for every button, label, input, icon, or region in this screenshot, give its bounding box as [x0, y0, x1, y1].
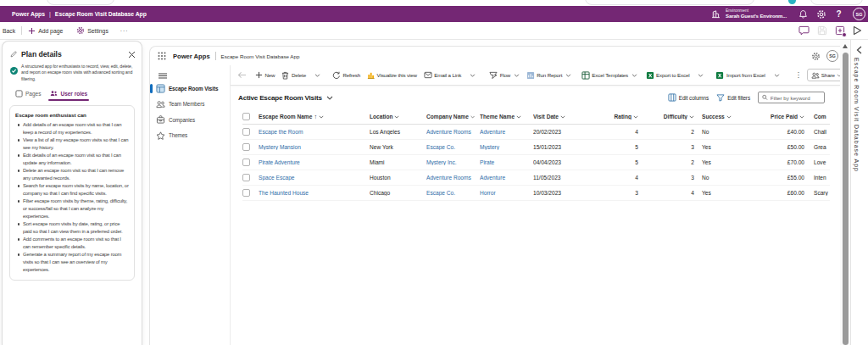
notifications-bell-icon[interactable]: [794, 9, 812, 19]
app-breadcrumb-name[interactable]: Escape Room Visit Database App: [221, 53, 300, 59]
company-link[interactable]: Adventure Rooms: [426, 175, 471, 181]
comments-icon[interactable]: [798, 25, 810, 36]
record-link[interactable]: Escape the Room: [259, 129, 303, 135]
column-header-difficulty[interactable]: Difficulty: [638, 114, 694, 120]
label: £50.00: [745, 144, 804, 150]
import-excel-button[interactable]: Import from Excel: [712, 71, 768, 80]
view-selector[interactable]: Active Escape Room Visits: [238, 94, 333, 102]
grid-row[interactable]: The Haunted House Chicago Escape Co. Hor…: [242, 186, 830, 201]
environment-picker[interactable]: Environment Sarah Guest's Environm...: [711, 8, 787, 19]
company-link[interactable]: Escape Co.: [426, 144, 455, 150]
grid-row[interactable]: Space Escape Houston Adventure Rooms Adv…: [242, 170, 830, 186]
nav-hamburger-icon[interactable]: [150, 69, 230, 81]
column-header-company[interactable]: Company Name: [426, 114, 480, 120]
record-link[interactable]: Space Escape: [259, 175, 295, 181]
record-link[interactable]: Pirate Adventure: [259, 159, 300, 165]
flow-button[interactable]: Flow: [486, 71, 522, 79]
powerapps-brand[interactable]: Power Apps: [12, 11, 45, 17]
column-header-success[interactable]: Success: [694, 114, 745, 120]
delete-button[interactable]: Delete: [278, 71, 309, 80]
waffle-icon[interactable]: [158, 52, 166, 60]
label: Los Angeles: [370, 129, 426, 135]
theme-link[interactable]: Pirate: [480, 159, 494, 165]
record-link[interactable]: Mystery Mansion: [259, 144, 301, 150]
nav-item-team-members[interactable]: Team Members: [150, 97, 230, 113]
label: Miami: [370, 159, 426, 165]
company-link[interactable]: Mystery Inc.: [426, 159, 457, 165]
tab-user-roles[interactable]: User roles: [50, 90, 87, 101]
app-user-avatar[interactable]: SG: [826, 50, 838, 62]
overflow-chevron[interactable]: [311, 74, 324, 77]
settings-button[interactable]: Settings: [76, 26, 108, 35]
app-side-tab[interactable]: Escape Room Visit Database App: [850, 40, 868, 345]
column-header-price-paid[interactable]: Price Paid: [745, 114, 804, 120]
row-checkbox[interactable]: [242, 143, 250, 151]
edit-filters-button[interactable]: Edit filters: [716, 94, 750, 102]
column-header-rating[interactable]: Rating: [597, 114, 638, 120]
row-checkbox[interactable]: [242, 128, 250, 136]
app-settings-gear-icon[interactable]: [811, 52, 821, 61]
help-icon[interactable]: ?: [830, 9, 848, 19]
chevron-left-icon[interactable]: [856, 46, 862, 54]
building-icon: [156, 115, 165, 124]
publish-icon[interactable]: [835, 25, 845, 36]
run-report-button[interactable]: Run Report: [523, 71, 575, 80]
column-header-escape-room-name[interactable]: Escape Room Name ↑: [259, 113, 370, 120]
more-commands-icon[interactable]: ⋮: [790, 71, 807, 79]
theme-link[interactable]: Adventure: [480, 175, 505, 181]
label: Scary: [804, 190, 830, 196]
column-header-theme[interactable]: Theme Name: [480, 114, 533, 120]
overflow-chevron[interactable]: [771, 74, 783, 77]
more-commands-button[interactable]: ···: [120, 28, 129, 34]
close-icon[interactable]: [128, 51, 136, 58]
overflow-chevron[interactable]: [466, 74, 479, 77]
tab-pages[interactable]: Pages: [15, 90, 41, 101]
edit-columns-button[interactable]: Edit columns: [668, 93, 709, 102]
company-link[interactable]: Adventure Rooms: [426, 129, 471, 135]
row-checkbox[interactable]: [242, 174, 250, 181]
save-icon[interactable]: [817, 25, 827, 36]
grid-row[interactable]: Escape the Room Los Angeles Adventure Ro…: [242, 125, 830, 140]
label: Inten: [804, 175, 830, 181]
company-link[interactable]: Escape Co.: [426, 190, 455, 196]
row-checkbox[interactable]: [242, 189, 250, 197]
divider: [21, 26, 22, 35]
excel-templates-button[interactable]: Excel Templates: [578, 71, 641, 80]
nav-item-companies[interactable]: Companies: [150, 112, 230, 128]
theme-link[interactable]: Adventure: [480, 129, 505, 135]
record-link[interactable]: The Haunted House: [259, 190, 309, 196]
canvas-scrollbar[interactable]: [840, 40, 850, 345]
grid-row[interactable]: Pirate Adventure Miami Mystery Inc. Pira…: [242, 155, 830, 170]
visualize-view-button[interactable]: Visualize this view: [364, 71, 420, 79]
play-preview-icon[interactable]: [853, 25, 862, 36]
filter-keyword-box[interactable]: [758, 92, 825, 103]
settings-gear-icon[interactable]: [812, 9, 830, 19]
new-button[interactable]: New: [252, 71, 278, 79]
select-all-checkbox[interactable]: [242, 113, 250, 120]
back-button[interactable]: Back: [3, 28, 15, 34]
user-avatar[interactable]: SG: [853, 8, 865, 20]
scrollbar-thumb[interactable]: [843, 53, 849, 345]
column-header-comments[interactable]: Com: [804, 114, 830, 120]
nav-item-escape-room-visits[interactable]: Escape Room Visits: [150, 81, 230, 97]
row-checkbox[interactable]: [242, 159, 250, 166]
overflow-chevron[interactable]: [694, 74, 707, 77]
column-header-location[interactable]: Location: [370, 114, 426, 120]
label: 4: [638, 190, 694, 196]
nav-item-themes[interactable]: Themes: [150, 128, 230, 144]
scroll-up-arrow-icon[interactable]: [842, 43, 849, 49]
theme-link[interactable]: Horror: [480, 190, 496, 196]
email-link-button[interactable]: Email a Link: [420, 71, 465, 79]
share-button[interactable]: Share: [807, 69, 840, 81]
title-separator: |: [49, 11, 51, 17]
grid-row[interactable]: Mystery Mansion New York Escape Co. Myst…: [242, 140, 830, 155]
back-arrow-button[interactable]: [234, 71, 250, 79]
refresh-button[interactable]: Refresh: [329, 71, 364, 80]
add-page-button[interactable]: Add page: [28, 27, 63, 35]
export-excel-button[interactable]: Export to Excel: [643, 71, 693, 80]
column-header-visit-date[interactable]: Visit Date: [533, 114, 597, 120]
chevron-down-icon: [726, 115, 732, 119]
theme-link[interactable]: Mystery: [480, 144, 499, 150]
filter-keyword-input[interactable]: [771, 95, 821, 101]
app-brand[interactable]: Power Apps: [173, 53, 210, 60]
